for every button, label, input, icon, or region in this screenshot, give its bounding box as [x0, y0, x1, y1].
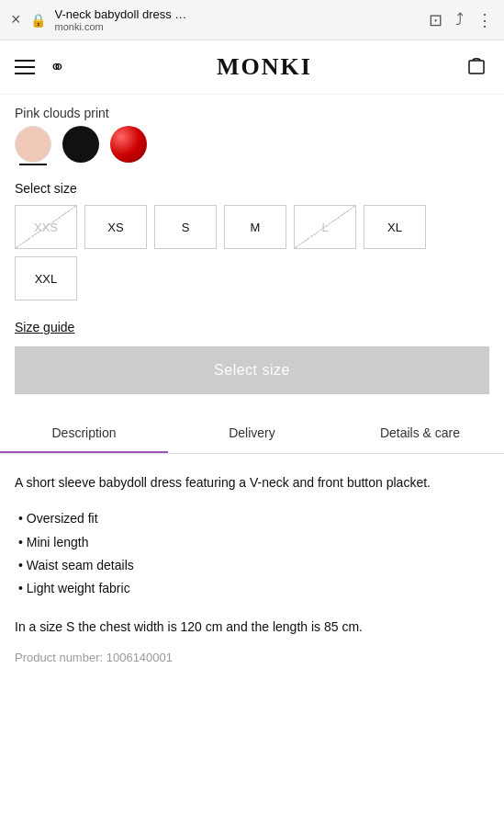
browser-lock-icon: 🔒: [30, 13, 46, 28]
description-intro: A short sleeve babydoll dress featuring …: [15, 472, 489, 493]
feature-item: Oversized fit: [15, 507, 489, 530]
browser-tab-title: V-neck babydoll dress …: [55, 7, 420, 21]
color-section: [0, 126, 504, 181]
description-content: A short sleeve babydoll dress featuring …: [0, 454, 504, 683]
color-swatch-black[interactable]: [62, 126, 99, 163]
browser-bar: × 🔒 V-neck babydoll dress … monki.com ⊡ …: [0, 0, 504, 40]
search-icon[interactable]: ⚭: [50, 56, 65, 78]
color-swatch-red-glitter[interactable]: [110, 126, 147, 163]
header-right: [464, 51, 489, 83]
app-header: ⚭ MONKI: [0, 40, 504, 95]
size-grid: XXS XS S M L XL XXL: [15, 205, 489, 300]
header-left: ⚭: [15, 56, 65, 78]
size-button-l[interactable]: L: [294, 205, 356, 249]
size-guide: Size guide: [0, 312, 504, 346]
tab-delivery[interactable]: Delivery: [168, 413, 336, 453]
svg-rect-0: [469, 61, 484, 74]
add-to-cart-button[interactable]: Select size: [15, 346, 489, 394]
color-swatches: [15, 126, 489, 163]
shopping-bag-icon[interactable]: [464, 51, 489, 83]
browser-actions: ⊡ ⤴ ⋮: [429, 10, 493, 30]
size-button-xxl[interactable]: XXL: [15, 256, 77, 300]
size-section: Select size XXS XS S M L XL XXL: [0, 181, 504, 312]
browser-url-area: V-neck babydoll dress … monki.com: [55, 7, 420, 32]
monki-logo: MONKI: [217, 53, 312, 81]
feature-item: Waist seam details: [15, 554, 489, 577]
tab-description[interactable]: Description: [0, 413, 168, 453]
browser-domain: monki.com: [55, 21, 420, 32]
size-button-xs[interactable]: XS: [84, 205, 147, 249]
tab-details-care[interactable]: Details & care: [336, 413, 504, 453]
product-tabs: Description Delivery Details & care: [0, 413, 504, 454]
hamburger-menu-icon[interactable]: [15, 60, 35, 74]
size-button-xxs[interactable]: XXS: [15, 205, 77, 249]
size-section-label: Select size: [15, 181, 489, 196]
feature-item: Mini length: [15, 531, 489, 554]
size-button-xl[interactable]: XL: [364, 205, 426, 249]
size-button-s[interactable]: S: [154, 205, 217, 249]
color-swatch-pink[interactable]: [15, 126, 51, 163]
feature-item: Light weight fabric: [15, 577, 489, 600]
size-guide-link[interactable]: Size guide: [15, 320, 74, 334]
description-size-info: In a size S the chest width is 120 cm an…: [15, 617, 489, 637]
share-icon[interactable]: ⤴: [455, 10, 464, 29]
product-number: Product number: 1006140001: [15, 651, 489, 664]
bookmark-icon[interactable]: ⊡: [429, 10, 442, 30]
browser-close-button[interactable]: ×: [11, 10, 21, 29]
more-options-icon[interactable]: ⋮: [476, 10, 493, 30]
product-label: Pink clouds print: [0, 95, 504, 126]
description-features: Oversized fit Mini length Waist seam det…: [15, 507, 489, 600]
size-button-m[interactable]: M: [224, 205, 286, 249]
